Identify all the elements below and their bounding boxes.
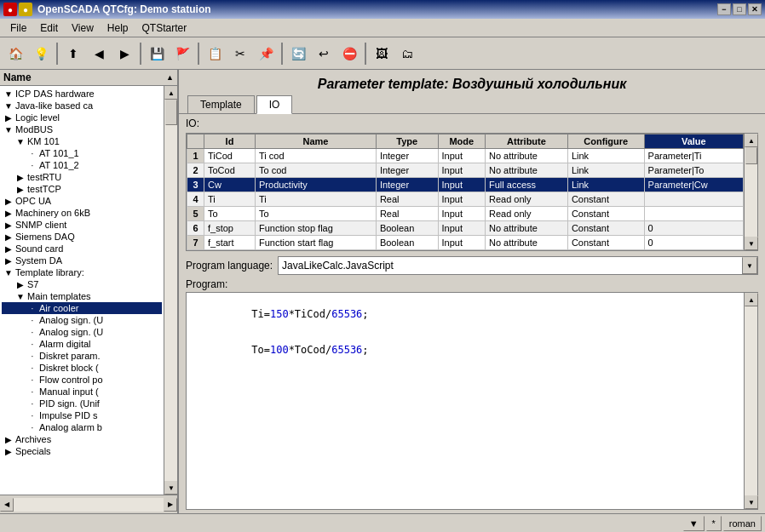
prog-lang-dropdown-arrow[interactable]: ▼ [742, 257, 757, 274]
prog-text-area[interactable]: Ti=150*TiCod/65536; To=100*ToCod/65536; [187, 293, 744, 509]
status-dropdown-btn[interactable]: ▼ [683, 516, 705, 531]
maximize-button[interactable]: □ [733, 3, 746, 15]
tree-item[interactable]: ·PID sign. (Unif [2, 398, 162, 409]
prog-lang-value[interactable]: JavaLikeCalc.JavaScript [279, 260, 742, 272]
tree-item[interactable]: ▼ModBUS [2, 123, 162, 135]
toolbar-home[interactable]: 🏠 [3, 42, 27, 66]
status-asterisk-btn[interactable]: * [706, 516, 722, 531]
table-row[interactable]: 3CwProductivityIntegerInputFull accessLi… [187, 178, 757, 192]
tree-item[interactable]: ▶S7 [2, 278, 162, 290]
toolbar-refresh[interactable]: 🔄 [286, 42, 310, 66]
table-row[interactable]: 6f_stopFunction stop flagBooleanInputNo … [187, 221, 757, 236]
tree-item[interactable]: ▶Archives [2, 433, 162, 445]
tree-item[interactable]: ▼KM 101 [2, 135, 162, 147]
tree-item[interactable]: ·Flow control po [2, 374, 162, 386]
tree-expand-icon: · [27, 328, 37, 337]
status-user-btn[interactable]: roman [723, 516, 762, 531]
sidebar-scroll-up-btn[interactable]: ▲ [164, 86, 177, 100]
tree-item[interactable]: ▶Specials [2, 445, 162, 457]
toolbar-info[interactable]: 💡 [29, 42, 53, 66]
tree-item[interactable]: ·Alarm digital [2, 338, 162, 350]
tree-item[interactable]: ·Impulse PID s [2, 409, 162, 421]
tree-item[interactable]: ·Analog sign. (U [2, 326, 162, 338]
horiz-scroll-track[interactable] [14, 498, 164, 512]
tree-item[interactable]: ·Manual input ( [2, 386, 162, 398]
toolbar-save[interactable]: 💾 [145, 42, 169, 66]
toolbar-up[interactable]: ⬆ [61, 42, 85, 66]
menu-edit[interactable]: Edit [33, 20, 65, 36]
close-button[interactable]: ✕ [748, 3, 762, 15]
tree-expand-icon: · [27, 411, 37, 420]
sidebar-scroll-thumb[interactable] [165, 100, 177, 125]
horiz-scroll-right[interactable]: ▶ [164, 498, 177, 512]
tree-item[interactable]: ·AT 101_2 [2, 159, 162, 171]
toolbar-cut[interactable]: ✂ [228, 42, 252, 66]
tree-item[interactable]: ▶OPC UA [2, 195, 162, 207]
tree-item[interactable]: ▶Machinery on 6kB [2, 207, 162, 219]
menu-view[interactable]: View [65, 20, 101, 36]
prog-scroll-track[interactable] [745, 306, 757, 495]
col-mode: Mode [438, 134, 486, 149]
toolbar-stop[interactable]: ⛔ [337, 42, 361, 66]
title-icon-yellow: ● [19, 3, 32, 16]
tree-item[interactable]: ·Air cooler [2, 302, 162, 314]
tree-item[interactable]: ▶System DA [2, 255, 162, 266]
table-cell: To [256, 207, 377, 221]
sidebar-scroll-up[interactable]: ▲ [166, 73, 174, 82]
tree-expand-icon: · [27, 352, 37, 361]
tree-item[interactable]: ▶SNMP client [2, 219, 162, 231]
tree-item[interactable]: ▼Java-like based ca [2, 100, 162, 112]
table-cell: 3 [187, 178, 204, 192]
table-scroll-up[interactable]: ▲ [745, 134, 758, 147]
prog-scroll-down[interactable]: ▼ [745, 495, 758, 509]
sidebar-scroll-down-btn[interactable]: ▼ [164, 481, 177, 495]
table-cell: Boolean [376, 236, 438, 250]
toolbar-img1[interactable]: 🖼 [370, 42, 394, 66]
table-scroll-track[interactable] [745, 147, 757, 237]
sidebar-scroll-track[interactable] [164, 100, 177, 481]
tree-expand-icon: ▼ [3, 101, 14, 111]
table-scroll-down[interactable]: ▼ [745, 237, 758, 250]
tree-item[interactable]: ▶Logic level [2, 112, 162, 123]
menu-qtstarter[interactable]: QTStarter [135, 20, 194, 36]
prog-scroll-up[interactable]: ▲ [745, 293, 758, 306]
table-cell: Constant [567, 207, 644, 221]
tree-item[interactable]: ▼Template library: [2, 266, 162, 278]
tree-item[interactable]: ·AT 101_1 [2, 147, 162, 159]
tree-item[interactable]: ·Analog alarm b [2, 421, 162, 433]
toolbar-back[interactable]: ◀ [87, 42, 111, 66]
toolbar-reload[interactable]: ↩ [312, 42, 336, 66]
minimize-button[interactable]: − [717, 3, 731, 15]
menu-help[interactable]: Help [101, 20, 135, 36]
io-label: IO: [186, 117, 758, 129]
table-scroll-thumb[interactable] [745, 147, 757, 164]
tree-item[interactable]: ▼ICP DAS hardware [2, 88, 162, 100]
table-row[interactable]: 1TiCodTi codIntegerInputNo attributeLink… [187, 149, 757, 163]
table-row[interactable]: 7f_startFunction start flagBooleanInputN… [187, 236, 757, 250]
table-cell: 0 [644, 236, 743, 250]
table-cell: 5 [187, 207, 204, 221]
table-row[interactable]: 4TiTiRealInputRead onlyConstant [187, 192, 757, 207]
tree-item[interactable]: ▶Siemens DAQ [2, 231, 162, 243]
tree-item[interactable]: ▶testTCP [2, 183, 162, 195]
toolbar-copy[interactable]: 📋 [203, 42, 227, 66]
tree-item[interactable]: ·Diskret param. [2, 350, 162, 362]
tab-template[interactable]: Template [187, 95, 255, 113]
table-cell: f_stop [204, 221, 256, 236]
tree-item[interactable]: ·Analog sign. (U [2, 314, 162, 326]
table-cell: 4 [187, 192, 204, 207]
table-row[interactable]: 5ToToRealInputRead onlyConstant [187, 207, 757, 221]
tree-item[interactable]: ▶Sound card [2, 243, 162, 255]
table-cell: f_start [204, 236, 256, 250]
tree-item[interactable]: ·Diskret block ( [2, 362, 162, 374]
tree-item[interactable]: ▶testRTU [2, 171, 162, 183]
tree-item[interactable]: ▼Main templates [2, 290, 162, 302]
horiz-scroll-left[interactable]: ◀ [0, 498, 14, 512]
toolbar-img2[interactable]: 🗂 [395, 42, 419, 66]
menu-file[interactable]: File [3, 20, 33, 36]
toolbar-paste[interactable]: 📌 [254, 42, 278, 66]
toolbar-forward[interactable]: ▶ [112, 42, 136, 66]
toolbar-flag[interactable]: 🚩 [170, 42, 194, 66]
table-row[interactable]: 2ToCodTo codIntegerInputNo attributeLink… [187, 163, 757, 178]
tab-io[interactable]: IO [256, 95, 293, 114]
